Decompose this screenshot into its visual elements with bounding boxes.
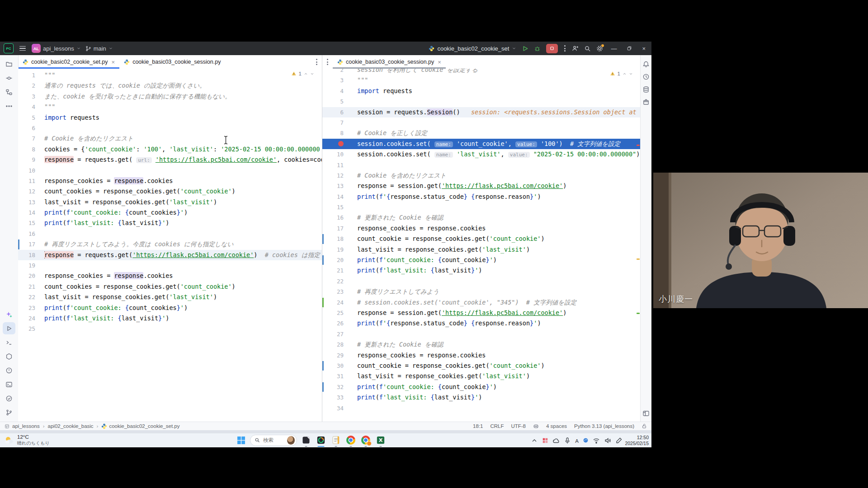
editor-left[interactable]: 1 1"""2通常の requests では、cookie の設定が面倒くさい。… [18, 69, 322, 422]
gutter-left-17[interactable]: 17 [18, 239, 44, 249]
code-with-me-icon[interactable] [572, 45, 579, 52]
onedrive-icon[interactable] [552, 437, 560, 444]
gutter-right-30[interactable]: 30 [322, 361, 357, 371]
gutter-left-15[interactable]: 15 [18, 218, 44, 228]
gutter-left-13[interactable]: 13 [18, 197, 44, 207]
gutter-left-10[interactable]: 10 [18, 165, 44, 176]
gutter-right-5[interactable]: 5 [322, 96, 357, 107]
settings-gear-icon[interactable] [596, 45, 603, 52]
close-tab-icon[interactable]: × [112, 59, 115, 66]
gutter-right-33[interactable]: 33 [322, 392, 357, 403]
split-menu-icon[interactable] [311, 57, 322, 67]
close-button[interactable]: × [640, 45, 648, 52]
tab-cookie_basic02_cookie_set.py[interactable]: cookie_basic02_cookie_set.py× [18, 55, 119, 69]
stop-button[interactable] [546, 44, 558, 53]
history-icon[interactable] [641, 71, 651, 82]
gutter-right-18[interactable]: 18 [322, 234, 357, 244]
copilot-icon[interactable] [533, 423, 539, 429]
more-actions-icon[interactable] [563, 44, 566, 52]
tray-expand-icon[interactable] [531, 437, 538, 444]
gutter-left-24[interactable]: 24 [18, 313, 44, 324]
inspections-widget[interactable]: 1 [289, 70, 316, 77]
more-tools-icon[interactable] [3, 100, 15, 112]
gutter-right-22[interactable]: 22 [322, 276, 357, 286]
run-tool-icon[interactable] [3, 322, 15, 334]
gutter-left-21[interactable]: 21 [18, 282, 44, 292]
main-menu-icon[interactable] [18, 45, 27, 52]
gutter-right-7[interactable]: 7 [322, 117, 357, 128]
gutter-left-16[interactable]: 16 [18, 229, 44, 239]
gutter-right-11[interactable]: 11 [322, 160, 357, 170]
dependencies-icon[interactable] [641, 97, 651, 108]
file-encoding[interactable]: UTF-8 [511, 423, 526, 429]
gutter-right-27[interactable]: 27 [322, 329, 357, 339]
chevron-up-icon[interactable] [304, 72, 308, 76]
gutter-right-4[interactable]: 4 [322, 86, 357, 96]
gutter-right-29[interactable]: 29 [322, 350, 357, 361]
gutter-left-23[interactable]: 23 [18, 303, 44, 313]
pycharm-app-icon[interactable] [315, 434, 327, 446]
gutter-left-2[interactable]: 2 [18, 80, 44, 91]
run-configuration-selector[interactable]: cookie_basic02_cookie_set [429, 45, 516, 52]
pen-icon[interactable] [615, 437, 623, 444]
gutter-left-8[interactable]: 8 [18, 144, 44, 155]
gutter-right-3[interactable]: 3 [322, 75, 357, 85]
run-button[interactable] [522, 45, 528, 52]
gutter-right-19[interactable]: 19 [322, 244, 357, 255]
gutter-left-11[interactable]: 11 [18, 176, 44, 186]
dark-app-icon[interactable] [300, 434, 312, 446]
indent-setting[interactable]: 4 spaces [546, 423, 567, 429]
debug-button[interactable] [534, 45, 541, 52]
gutter-right-16[interactable]: 16 [322, 212, 357, 223]
gutter-left-18[interactable]: 18 [18, 250, 44, 260]
gutter-right-12[interactable]: 12 [322, 170, 357, 181]
microphone-icon[interactable] [564, 437, 571, 444]
gutter-left-25[interactable]: 25 [18, 324, 44, 334]
project-folder-icon[interactable] [3, 58, 15, 70]
gutter-right-10[interactable]: 10 [322, 149, 357, 160]
todo-icon[interactable] [3, 392, 15, 404]
gutter-right-28[interactable]: 28 [322, 339, 357, 350]
split-menu-icon[interactable] [322, 57, 333, 67]
gutter-left-1[interactable]: 1 [18, 70, 44, 80]
restore-button[interactable] [624, 46, 634, 51]
gutter-right-24[interactable]: 24 [322, 297, 357, 308]
wifi-icon[interactable] [593, 437, 600, 444]
chrome-icon[interactable] [345, 434, 357, 446]
caret-position[interactable]: 18:1 [473, 423, 483, 429]
services-icon[interactable] [3, 350, 15, 362]
editor-right[interactable]: 1 2session を利用して cookie を設定する3"""4import… [322, 69, 641, 422]
gutter-right-9[interactable] [322, 139, 357, 149]
chevron-down-icon[interactable] [310, 72, 314, 76]
line-separator[interactable]: CRLF [490, 423, 504, 429]
version-control-icon[interactable] [3, 406, 15, 418]
gutter-right-2[interactable]: 2 [322, 69, 357, 75]
database-icon[interactable] [641, 84, 651, 95]
tab-cookie_basic03_cookie_session.py[interactable]: cookie_basic03_cookie_session.py× [333, 55, 446, 69]
gutter-left-6[interactable]: 6 [18, 123, 44, 133]
weather-widget[interactable]: 12°C 晴れのちくもり [4, 434, 49, 446]
branch-widget[interactable]: main [85, 45, 113, 52]
python-interpreter[interactable]: Python 3.13 (api_lessons) [574, 423, 634, 429]
gutter-left-14[interactable]: 14 [18, 207, 44, 218]
layout-icon[interactable] [641, 408, 651, 419]
gutter-left-4[interactable]: 4 [18, 102, 44, 112]
ai-assistant-icon[interactable] [3, 308, 15, 320]
structure-icon[interactable] [3, 86, 15, 98]
blue-dot-icon[interactable] [583, 437, 589, 443]
problems-icon[interactable] [3, 364, 15, 376]
volume-icon[interactable] [604, 437, 611, 444]
ime-indicator[interactable]: A [575, 436, 579, 445]
gutter-left-22[interactable]: 22 [18, 292, 44, 302]
notifications-icon[interactable] [641, 59, 651, 70]
taskbar-search[interactable] [250, 435, 297, 446]
tab-cookie_basic03_cookie_session.py[interactable]: cookie_basic03_cookie_session.py [119, 55, 225, 69]
gutter-right-31[interactable]: 31 [322, 371, 357, 381]
breadcrumb-item[interactable]: api02_cookie_basic [48, 423, 94, 429]
gutter-left-3[interactable]: 3 [18, 91, 44, 102]
gutter-right-20[interactable]: 20 [322, 255, 357, 265]
gutter-right-13[interactable]: 13 [322, 181, 357, 191]
gutter-left-12[interactable]: 12 [18, 186, 44, 197]
inspections-widget[interactable]: 1 [608, 70, 635, 77]
gutter-left-20[interactable]: 20 [18, 271, 44, 281]
